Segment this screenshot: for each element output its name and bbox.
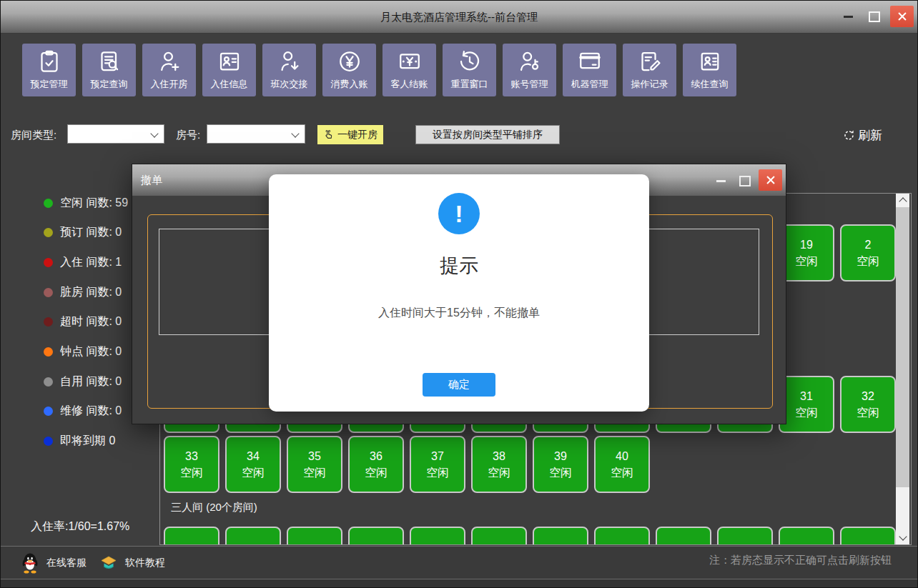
room-status: 空闲 <box>611 464 633 481</box>
edit-record-icon <box>637 49 663 74</box>
id-card-icon <box>217 49 242 74</box>
status-dot-icon <box>44 317 53 327</box>
toolbar-button-1[interactable]: 预定管理 <box>22 44 76 96</box>
room-tile[interactable] <box>471 527 527 545</box>
exclamation-icon: ! <box>438 193 480 234</box>
scroll-up-icon[interactable] <box>899 197 907 205</box>
toolbar-button-12[interactable]: 续住查询 <box>683 44 736 96</box>
status-dot-icon <box>44 407 53 416</box>
room-tile[interactable] <box>410 527 465 545</box>
room-tile[interactable]: 35空闲 <box>287 436 342 493</box>
dialog-heading: 提示 <box>269 253 649 279</box>
modal-minimize-icon[interactable] <box>716 180 726 182</box>
sort-layout-button[interactable]: 设置按房间类型平铺排序 <box>415 125 560 144</box>
room-status: 空闲 <box>426 464 449 481</box>
room-tile[interactable]: 38空闲 <box>471 436 527 493</box>
room-number: 2 <box>865 236 872 253</box>
window-title: 月太电竞酒店管理系统--前台管理 <box>1 1 917 33</box>
room-number: 35 <box>308 448 321 464</box>
room-section-label: 三人间 (20个房间) <box>171 501 257 514</box>
room-tile[interactable] <box>164 527 219 545</box>
room-no-select[interactable] <box>207 124 305 144</box>
room-number: 34 <box>247 448 260 464</box>
refresh-icon <box>843 129 855 141</box>
window-bottom-edge <box>1 579 917 588</box>
close-icon[interactable] <box>890 6 914 27</box>
toolbar-button-label: 预定查询 <box>82 78 136 91</box>
room-tile[interactable]: 31空闲 <box>779 376 834 433</box>
room-tile[interactable]: 40空闲 <box>594 436 650 493</box>
online-service-link[interactable]: 在线客服 <box>21 547 87 579</box>
quick-open-label: 一键开房 <box>337 129 377 141</box>
tutorial-link[interactable]: 软件教程 <box>99 547 165 579</box>
room-tile[interactable] <box>225 527 281 545</box>
legend-item: 预订 间数: 0 <box>44 224 122 241</box>
toolbar-button-5[interactable]: 班次交接 <box>262 44 316 96</box>
room-number: 38 <box>493 448 505 464</box>
toolbar-button-3[interactable]: 入住开房 <box>142 44 196 96</box>
room-tile[interactable]: 33空闲 <box>164 436 219 493</box>
room-tile[interactable]: 37空闲 <box>410 436 465 493</box>
status-dot-icon <box>44 288 53 297</box>
toolbar-button-label: 账号管理 <box>503 78 556 91</box>
history-icon <box>457 49 483 74</box>
room-tile[interactable] <box>594 527 650 545</box>
quick-open-button[interactable]: 一键开房 <box>317 125 383 144</box>
document-search-icon <box>97 49 122 74</box>
room-status: 空闲 <box>795 253 818 269</box>
refresh-button[interactable]: 刷新 <box>843 127 882 144</box>
room-type-label: 房间类型: <box>11 125 56 144</box>
room-tile[interactable]: 36空闲 <box>348 436 404 493</box>
modal-maximize-icon[interactable] <box>739 176 751 186</box>
toolbar-button-7[interactable]: 客人结账 <box>382 44 436 96</box>
toolbar-button-4[interactable]: 入住信息 <box>202 44 256 96</box>
room-tile[interactable] <box>779 527 834 545</box>
room-tile[interactable] <box>840 527 896 545</box>
toolbar-button-label: 客人结账 <box>382 78 436 91</box>
legend-label: 预订 间数: 0 <box>60 225 122 240</box>
scrollbar-thumb[interactable] <box>896 207 909 487</box>
minimize-icon[interactable] <box>844 16 853 18</box>
toolbar-button-label: 预定管理 <box>22 78 76 91</box>
modal-close-icon[interactable] <box>759 169 782 191</box>
room-tile[interactable]: 2空闲 <box>840 224 896 281</box>
room-tile[interactable] <box>287 527 342 545</box>
room-scrollbar[interactable] <box>896 194 909 544</box>
scroll-down-icon[interactable] <box>899 532 907 540</box>
room-type-select[interactable] <box>67 124 164 144</box>
toolbar-button-label: 入住开房 <box>142 78 196 91</box>
room-tile[interactable]: 39空闲 <box>533 436 588 493</box>
room-tile[interactable]: 32空闲 <box>840 376 896 433</box>
room-status: 空闲 <box>795 404 818 421</box>
toolbar-button-11[interactable]: 操作记录 <box>623 44 676 96</box>
legend-label: 钟点 间数: 0 <box>60 344 122 359</box>
chevron-down-icon <box>150 129 158 137</box>
toolbar-button-6[interactable]: 消费入账 <box>322 44 376 96</box>
toolbar-button-9[interactable]: 账号管理 <box>503 44 556 96</box>
room-tile[interactable] <box>717 527 773 545</box>
room-tile[interactable] <box>533 527 588 545</box>
room-tile[interactable]: 19空闲 <box>779 224 834 281</box>
room-status: 空闲 <box>242 464 265 481</box>
status-note: 注：若房态显示不正确可点击刷新按钮 <box>709 547 892 574</box>
status-dot-icon <box>44 228 53 237</box>
legend-label: 脏房 间数: 0 <box>60 285 122 300</box>
toolbar-button-label: 操作记录 <box>623 78 676 91</box>
toolbar-button-label: 班次交接 <box>262 78 316 91</box>
toolbar-button-8[interactable]: 重置窗口 <box>443 44 496 96</box>
legend-label: 超时 间数: 0 <box>60 314 122 329</box>
legend-item: 自用 间数: 0 <box>44 373 122 390</box>
occupancy-rate: 入住率:1/60=1.67% <box>31 519 129 534</box>
legend-item: 脏房 间数: 0 <box>44 284 122 301</box>
toolbar-button-10[interactable]: 机器管理 <box>563 44 616 96</box>
room-tile[interactable]: 34空闲 <box>225 436 281 493</box>
ok-button[interactable]: 确定 <box>423 373 495 397</box>
id-card-lines-icon <box>697 49 723 74</box>
room-tile[interactable] <box>656 527 711 545</box>
maximize-icon[interactable] <box>869 11 880 22</box>
legend-item: 入住 间数: 1 <box>44 254 122 271</box>
room-tile[interactable] <box>348 527 404 545</box>
toolbar-button-2[interactable]: 预定查询 <box>82 44 136 96</box>
chevron-down-icon <box>291 129 299 137</box>
room-number: 33 <box>185 448 198 464</box>
